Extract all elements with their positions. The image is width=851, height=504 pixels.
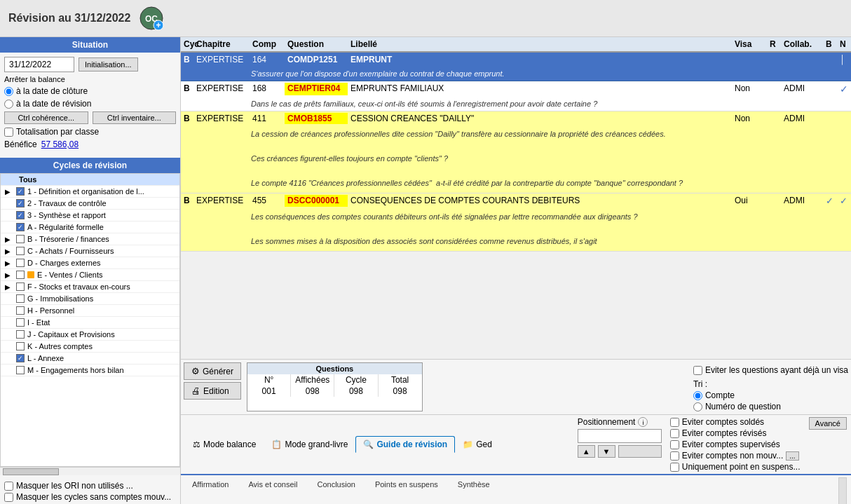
cycle-checkbox-I[interactable] [16, 318, 25, 327]
cell-b: ✓ [823, 195, 837, 207]
cycle-checkbox-K[interactable] [16, 342, 25, 350]
generer-button[interactable]: ⚙ Générer [184, 362, 241, 380]
arreter-label: Arrêter la balance [4, 75, 176, 83]
cell-b [823, 113, 837, 124]
tab-grandlivre[interactable]: 📋 Mode grand-livre [264, 436, 355, 453]
table-body[interactable]: B EXPERTISE 164 COMDP1251 EMPRUNT │ S'as… [181, 53, 851, 359]
cycle-checkbox-D[interactable] [16, 259, 25, 267]
cycle-item-L[interactable]: ✓ L - Annexe [1, 353, 179, 365]
cycle-checkbox-H[interactable] [16, 306, 25, 315]
cycle-item-M[interactable]: M - Engagements hors bilan [1, 365, 179, 376]
bottom-scrollbar[interactable] [838, 477, 847, 504]
radio-date-cloture[interactable]: à la date de clôture [4, 86, 176, 96]
uniquement-suspens-cb[interactable]: Uniquement point en suspens... [670, 462, 801, 472]
eviter-supervises-cb[interactable]: Eviter comptes supervisés [670, 440, 801, 449]
positioning-input[interactable] [578, 429, 662, 443]
mode-tabs: ⚖ Mode balance 📋 Mode grand-livre 🔍 Guid… [181, 414, 851, 474]
q-val-affiches: 098 [291, 386, 334, 397]
eviter-visa-checkbox[interactable]: Eviter les questions ayant déjà un visa [693, 365, 848, 375]
table-row[interactable]: B EXPERTISE 411 CMOB1855 CESSION CREANCE… [181, 111, 851, 193]
cycles-scrollbar-h[interactable] [0, 467, 180, 475]
eviter-mouvements-btn[interactable]: ... [786, 451, 798, 461]
cycle-checkbox-3[interactable]: ✓ [16, 211, 25, 219]
sidebar-bottom: Masquer les ORI non utilisés ... Masquer… [0, 475, 180, 504]
ctrl-inventaire-button[interactable]: Ctrl inventaire... [93, 111, 177, 124]
cycle-checkbox-F[interactable] [16, 282, 25, 291]
cycle-checkbox-A[interactable]: ✓ [16, 223, 25, 231]
init-button[interactable]: Initialisation... [79, 57, 138, 71]
cycle-item-B[interactable]: ▶ B - Trésorerie / finances [1, 233, 179, 245]
cycle-item-tous[interactable]: Tous [1, 174, 179, 186]
cycle-checkbox-M[interactable] [16, 366, 25, 374]
tab-guide[interactable]: 🔍 Guide de révision [355, 436, 455, 453]
cycles-header: Cycles de révision [0, 158, 180, 173]
cycle-checkbox-1[interactable]: ✓ [16, 187, 25, 196]
cycle-checkbox-E[interactable] [16, 271, 25, 279]
tri-numero-radio[interactable]: Numéro de question [693, 402, 848, 411]
pos-up-button[interactable]: ▲ [578, 445, 595, 458]
col-chapitre: Chapitre [193, 39, 250, 49]
tab-points[interactable]: Points en suspens [368, 477, 445, 504]
cycle-item-A[interactable]: ✓ A - Régularité formelle [1, 222, 179, 233]
eviter-soldes-cb[interactable]: Eviter comptes soldés [670, 417, 801, 427]
tri-compte-radio[interactable]: Compte [693, 390, 848, 400]
masquer-cycles-checkbox[interactable]: Masquer les cycles sans comptes mouv... [4, 492, 176, 502]
date-input[interactable] [4, 57, 74, 72]
cycle-item-G[interactable]: G - Immobilisations [1, 293, 179, 305]
cycle-checkbox-C[interactable] [16, 247, 25, 255]
cycle-item-H[interactable]: H - Personnel [1, 305, 179, 317]
cycle-item-3[interactable]: ✓ 3 - Synthèse et rapport [1, 210, 179, 222]
tab-balance[interactable]: ⚖ Mode balance [185, 436, 264, 453]
print-icon: 🖨 [191, 386, 200, 396]
tab-conclusion[interactable]: Conclusion [310, 477, 362, 504]
cycle-item-D[interactable]: ▶ D - Charges externes [1, 257, 179, 269]
cycle-item-1[interactable]: ▶ ✓ 1 - Définition et organisation de l.… [1, 186, 179, 198]
right-panel: Positionnement i ▲ ▼ [578, 417, 847, 472]
tab-avis[interactable]: Avis et conseil [241, 477, 304, 504]
cycle-item-2[interactable]: ✓ 2 - Travaux de contrôle [1, 198, 179, 210]
totalisation-checkbox[interactable]: Totalisation par classe [4, 127, 176, 137]
tab-affirmation[interactable]: Affirmation [185, 477, 236, 504]
cycle-item-E[interactable]: ▶ E - Ventes / Clients [1, 269, 179, 281]
cell-n [837, 113, 851, 124]
cycle-checkbox-J[interactable] [16, 330, 25, 339]
cycle-item-J[interactable]: J - Capitaux et Provisions [1, 329, 179, 341]
cycle-dot-E [27, 271, 34, 278]
tab-ged[interactable]: 📁 Ged [455, 436, 500, 453]
eviter-revises-cb[interactable]: Eviter comptes révisés [670, 428, 801, 438]
q-val-total: 098 [379, 386, 422, 397]
cycle-checkbox-G[interactable] [16, 294, 25, 303]
cycle-checkbox-2[interactable]: ✓ [16, 199, 25, 207]
ctrl-coherence-button[interactable]: Ctrl cohérence... [4, 111, 88, 124]
table-row[interactable]: B EXPERTISE 168 CEMPTIER04 EMPRUNTS FAMI… [181, 81, 851, 111]
cell-collab: ADMI [781, 113, 823, 124]
cycle-item-C[interactable]: ▶ C - Achats / Fournisseurs [1, 245, 179, 257]
cycle-item-F[interactable]: ▶ F - Stocks et travaux en-cours [1, 281, 179, 293]
cycle-checkbox-L[interactable]: ✓ [16, 354, 25, 362]
col-r: R [767, 39, 781, 49]
cell-r [767, 83, 781, 95]
edition-button[interactable]: 🖨 Edition [184, 382, 241, 400]
cycle-item-K[interactable]: K - Autres comptes [1, 341, 179, 353]
row-detail-familiaux: Dans le cas de prêts familiaux, ceux-ci … [181, 97, 851, 111]
balance-icon: ⚖ [193, 440, 200, 449]
situation-controls: Initialisation... Arrêter la balance à l… [0, 53, 180, 155]
pos-down-button[interactable]: ▼ [598, 445, 615, 458]
cell-visa: Non [732, 113, 767, 124]
table-row[interactable]: B EXPERTISE 164 COMDP1251 EMPRUNT │ S'as… [181, 53, 851, 81]
table-row[interactable]: B EXPERTISE 455 DSCC000001 CONSEQUENCES … [181, 193, 851, 252]
tab-synthese[interactable]: Synthèse [451, 477, 497, 504]
col-libelle: Libellé [348, 39, 732, 49]
cycle-item-I[interactable]: I - Etat [1, 317, 179, 329]
eviter-mouvements-cb[interactable]: Eviter comptes non mouv... ... [670, 451, 801, 461]
cell-cyc: B [181, 83, 193, 95]
cell-libelle: EMPRUNTS FAMILIAUX [348, 83, 732, 95]
table-area: Cyc Chapitre Comp Question Libellé Visa … [181, 37, 851, 359]
avance-button[interactable]: Avancé [809, 417, 847, 430]
cell-cyc: B [181, 54, 193, 65]
radio-date-revision[interactable]: à la date de révision [4, 99, 176, 109]
cycle-checkbox-B[interactable] [16, 235, 25, 243]
cell-visa [732, 54, 767, 65]
q-header-cycle: Cycle [334, 374, 378, 386]
masquer-ori-checkbox[interactable]: Masquer les ORI non utilisés ... [4, 481, 176, 491]
